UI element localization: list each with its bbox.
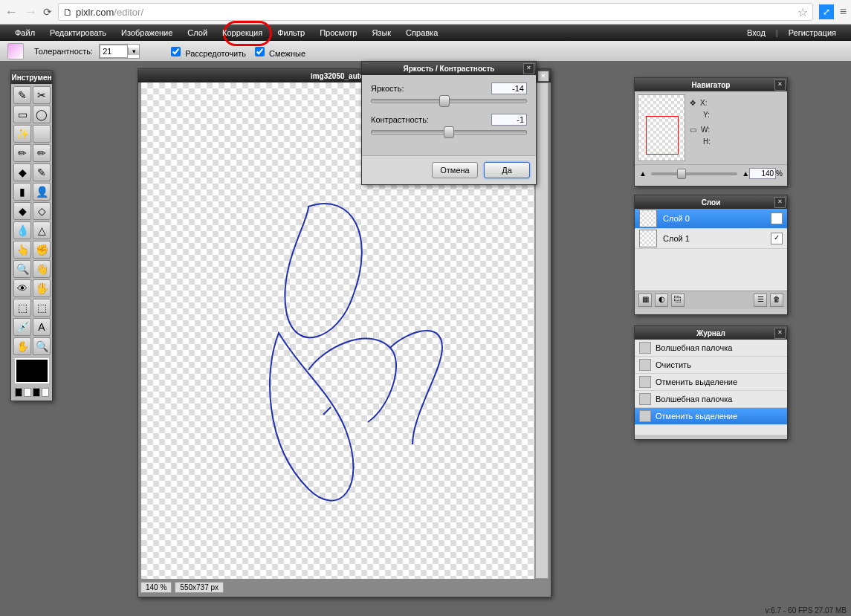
duplicate-layer-button[interactable]: ⿻ xyxy=(671,294,685,307)
tool-23[interactable]: ⬚ xyxy=(33,299,51,317)
tool-1[interactable]: ✂ xyxy=(33,86,51,104)
tool-25[interactable]: A xyxy=(33,318,51,336)
bookmark-icon[interactable]: ☆ xyxy=(797,5,808,19)
refresh-button[interactable]: ⟳ xyxy=(43,6,52,18)
menu-adjustment[interactable]: Коррекция xyxy=(215,28,270,37)
dialog-title: Яркость / Контрастность xyxy=(404,65,495,73)
menu-file[interactable]: Файл xyxy=(7,28,42,37)
layer-settings-button[interactable]: ☰ xyxy=(754,294,767,307)
contiguous-checkbox[interactable]: Смежные xyxy=(252,45,305,59)
forward-button[interactable]: → xyxy=(24,4,37,20)
navigator-close-button[interactable]: × xyxy=(774,80,786,91)
navigator-title: Навигатор xyxy=(692,81,731,89)
tool-14[interactable]: 💧 xyxy=(13,221,31,239)
history-label: Очистить xyxy=(656,360,691,369)
history-item[interactable]: Волшебная палочка xyxy=(635,340,787,357)
navigator-zoom-slider[interactable] xyxy=(651,172,737,175)
navigator-zoom-input[interactable] xyxy=(749,168,776,179)
brightness-input[interactable] xyxy=(491,82,527,94)
menu-edit[interactable]: Редактировать xyxy=(42,28,114,37)
swap-colors[interactable] xyxy=(13,386,51,398)
tolerance-input[interactable]: ▾ xyxy=(99,44,140,59)
layer-item[interactable]: Слой 0✓ xyxy=(635,209,787,229)
tool-19[interactable]: 👋 xyxy=(33,260,51,278)
layer-thumb xyxy=(639,230,657,247)
menu-layer[interactable]: Слой xyxy=(180,28,215,37)
layer-name: Слой 1 xyxy=(663,234,690,243)
tool-22[interactable]: ⬚ xyxy=(13,299,31,317)
tool-6[interactable]: ✏ xyxy=(13,144,31,162)
history-close-button[interactable]: × xyxy=(774,328,786,339)
tool-26[interactable]: ✋ xyxy=(13,337,31,355)
tool-0[interactable]: ✎ xyxy=(13,86,31,104)
back-button[interactable]: ← xyxy=(4,4,18,20)
layer-visibility-checkbox[interactable]: ✓ xyxy=(771,213,783,224)
scatter-checkbox[interactable]: Рассредоточить xyxy=(168,45,246,59)
menu-language[interactable]: Язык xyxy=(364,28,398,37)
history-icon xyxy=(639,393,651,405)
tool-16[interactable]: 👆 xyxy=(13,241,31,259)
tool-21[interactable]: 🖐 xyxy=(33,279,51,297)
app-menubar: Файл Редактировать Изображение Слой Корр… xyxy=(0,25,851,41)
history-item[interactable]: Отменить выделение xyxy=(635,374,787,391)
menu-image[interactable]: Изображение xyxy=(114,28,180,37)
dialog-close-button[interactable]: × xyxy=(523,63,534,74)
close-button[interactable]: × xyxy=(537,71,549,82)
tool-12[interactable]: ◆ xyxy=(13,202,31,220)
navigator-info: ✥X: Y: ▭W: H: xyxy=(690,94,784,161)
tool-18[interactable]: 🔍 xyxy=(13,260,31,278)
contrast-slider[interactable] xyxy=(371,130,527,134)
zoom-in-icon[interactable]: ▲ xyxy=(742,169,749,178)
ok-button[interactable]: Да xyxy=(484,162,530,178)
brightness-slider[interactable] xyxy=(371,99,527,103)
menu-filter[interactable]: Фильтр xyxy=(270,28,312,37)
tool-4[interactable]: ✨ xyxy=(13,125,31,143)
history-label: Волшебная палочка xyxy=(656,395,732,403)
history-item[interactable]: Отменить выделение xyxy=(635,408,787,425)
history-panel: Журнал× Волшебная палочкаОчиститьОтменит… xyxy=(634,325,788,440)
zoom-status: 140 % xyxy=(140,582,172,593)
tool-15[interactable]: △ xyxy=(33,221,51,239)
url-bar[interactable]: 🗋 pixlr.com/editor/ ☆ xyxy=(58,3,813,21)
tool-13[interactable]: ◇ xyxy=(33,202,51,220)
layer-item[interactable]: Слой 1✓ xyxy=(635,229,787,249)
history-item[interactable]: Очистить xyxy=(635,357,787,374)
tool-5[interactable] xyxy=(33,125,51,143)
contrast-input[interactable] xyxy=(491,114,527,126)
tool-9[interactable]: ✎ xyxy=(33,163,51,181)
tool-17[interactable]: ✊ xyxy=(33,241,51,259)
vertical-scrollbar[interactable] xyxy=(535,82,549,579)
new-layer-button[interactable]: ▦ xyxy=(638,294,652,307)
dimensions-status: 550x737 px xyxy=(175,582,224,593)
tool-24[interactable]: 💉 xyxy=(13,318,31,336)
register-link[interactable]: Регистрация xyxy=(781,28,844,37)
cancel-button[interactable]: Отмена xyxy=(432,162,478,178)
layers-close-button[interactable]: × xyxy=(774,197,786,208)
navigator-preview[interactable] xyxy=(638,94,685,161)
layer-visibility-checkbox[interactable]: ✓ xyxy=(771,233,783,244)
tool-options-bar: Толерантность: ▾ Рассредоточить Смежные xyxy=(0,41,851,62)
workspace: Инструмен ✎✂▭◯✨✏✏◆✎▮👤◆◇💧△👆✊🔍👋👁🖐⬚⬚💉A✋🔍 im… xyxy=(0,61,851,606)
menu-view[interactable]: Просмотр xyxy=(312,28,364,37)
menu-help[interactable]: Справка xyxy=(398,28,445,37)
tool-27[interactable]: 🔍 xyxy=(33,337,51,355)
tool-10[interactable]: ▮ xyxy=(13,183,31,201)
browser-menu-icon[interactable]: ≡ xyxy=(840,5,847,19)
tool-8[interactable]: ◆ xyxy=(13,163,31,181)
zoom-out-icon[interactable]: ▲ xyxy=(639,169,647,178)
layer-mask-button[interactable]: ◐ xyxy=(655,294,668,307)
tool-20[interactable]: 👁 xyxy=(13,279,31,297)
tool-3[interactable]: ◯ xyxy=(33,106,51,123)
tool-7[interactable]: ✏ xyxy=(33,144,51,162)
expand-icon[interactable]: ⤢ xyxy=(819,4,834,19)
history-item[interactable]: Волшебная палочка xyxy=(635,391,787,408)
url-host: pixlr.com xyxy=(76,7,114,18)
layers-panel: Слои× Слой 0✓Слой 1✓ ▦ ◐ ⿻ ☰ 🗑 xyxy=(634,195,788,315)
delete-layer-button[interactable]: 🗑 xyxy=(770,294,783,307)
foreground-color[interactable] xyxy=(15,358,49,383)
login-link[interactable]: Вход xyxy=(740,28,773,37)
tool-2[interactable]: ▭ xyxy=(13,106,31,123)
history-icon xyxy=(639,410,651,422)
tool-11[interactable]: 👤 xyxy=(33,183,51,201)
history-label: Отменить выделение xyxy=(656,412,737,421)
